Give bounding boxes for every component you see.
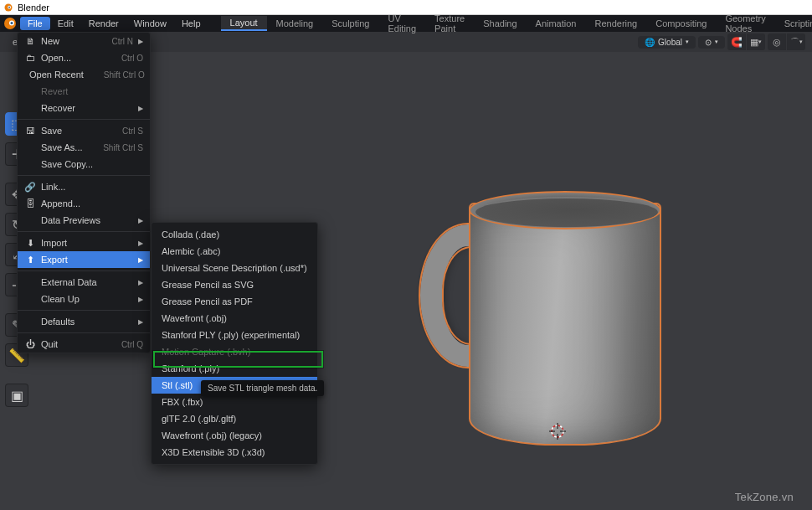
tool-add-primitive[interactable]: ▣ — [5, 384, 28, 407]
globe-icon: 🌐 — [645, 38, 655, 47]
file-menu-link[interactable]: 🔗Link... — [18, 178, 150, 195]
menu-separator — [18, 231, 150, 232]
blender-app-icon — [3, 3, 13, 13]
curve-icon: ⌒ — [790, 36, 799, 49]
grid-icon: ▦ — [750, 37, 758, 48]
export-grease-pencil-as-svg[interactable]: Grease Pencil as SVG — [152, 276, 317, 293]
tab-rendering[interactable]: Rendering — [585, 17, 646, 30]
export-gltf-2-0-glb-gltf[interactable]: glTF 2.0 (.glb/.gltf) — [152, 410, 317, 427]
file-menu-save[interactable]: 🖫SaveCtrl S — [18, 122, 150, 139]
file-menu-save-copy[interactable]: Save Copy... — [18, 156, 150, 173]
tooltip: Save STL triangle mesh data. — [201, 380, 324, 396]
chevron-right-icon: ▶ — [138, 279, 143, 286]
pivot-point-dropdown[interactable]: ⊙▾ — [698, 36, 725, 49]
snap-dropdown[interactable]: ▦▾ — [747, 33, 765, 50]
file-menu-open[interactable]: 🗀Open...Ctrl O — [18, 49, 150, 66]
folder-icon: 🗀 — [24, 53, 36, 63]
file-menu-save-as[interactable]: Save As...Shift Ctrl S — [18, 139, 150, 156]
file-menu-revert: Revert — [18, 83, 150, 100]
file-menu-data-previews[interactable]: Data Previews▶ — [18, 212, 150, 229]
file-menu-recover[interactable]: Recover▶ — [18, 100, 150, 116]
mug-body — [469, 203, 661, 446]
tab-shading[interactable]: Shading — [474, 17, 526, 30]
workspace-tabs: Layout Modeling Sculpting UV Editing Tex… — [221, 15, 812, 32]
file-menu-new[interactable]: 🗎NewCtrl N▶ — [18, 33, 150, 49]
export-grease-pencil-as-pdf[interactable]: Grease Pencil as PDF — [152, 293, 317, 310]
chevron-right-icon: ▶ — [138, 38, 143, 45]
file-menu-import[interactable]: ⬇Import▶ — [18, 234, 150, 251]
import-icon: ⬇ — [24, 238, 36, 249]
export-motion-capture-bvh: Motion Capture (.bvh) — [152, 343, 317, 360]
chevron-right-icon: ▶ — [138, 105, 143, 112]
tab-geometry-nodes[interactable]: Geometry Nodes — [716, 12, 774, 35]
file-menu-defaults[interactable]: Defaults▶ — [18, 313, 150, 330]
chevron-right-icon: ▶ — [150, 71, 151, 79]
export-icon: ⬆ — [24, 255, 36, 265]
menu-separator — [18, 175, 150, 176]
3d-cursor-icon — [548, 422, 567, 440]
magnet-icon: 🧲 — [731, 37, 743, 48]
menu-separator — [18, 270, 150, 271]
tab-scripting[interactable]: Scripting — [775, 17, 812, 30]
tab-sculpting[interactable]: Sculpting — [322, 17, 378, 30]
file-menu-dropdown: 🗎NewCtrl N▶🗀Open...Ctrl OOpen RecentShif… — [17, 32, 151, 353]
cube-icon: ▣ — [11, 388, 23, 404]
export-submenu: Collada (.dae)Alembic (.abc)Universal Sc… — [151, 222, 318, 465]
pivot-icon: ⊙ — [705, 38, 712, 47]
svg-point-2 — [8, 6, 10, 8]
power-icon: ⏻ — [24, 339, 36, 349]
transform-orientation-dropdown[interactable]: 🌐 Global ▾ — [638, 36, 696, 49]
doc-icon: 🗎 — [24, 36, 36, 46]
file-menu-append[interactable]: 🗄Append... — [18, 195, 150, 212]
menu-separator — [18, 332, 150, 333]
menu-help[interactable]: Help — [174, 17, 208, 30]
proportional-falloff-dropdown[interactable]: ⌒▾ — [787, 33, 805, 50]
append-icon: 🗄 — [24, 198, 36, 209]
chevron-right-icon: ▶ — [138, 318, 143, 326]
file-menu-quit[interactable]: ⏻QuitCtrl Q — [18, 336, 150, 353]
menu-file[interactable]: File — [20, 17, 50, 30]
export-fbx-fbx[interactable]: FBX (.fbx) — [152, 394, 317, 410]
proportional-edit-toggle[interactable]: ◎ — [768, 33, 786, 50]
blender-logo — [3, 16, 17, 31]
tab-modeling[interactable]: Modeling — [267, 17, 323, 30]
menu-bar: File Edit Render Window Help Layout Mode… — [0, 15, 812, 32]
menu-render[interactable]: Render — [81, 17, 126, 30]
file-menu-open-recent[interactable]: Open RecentShift Ctrl O▶ — [18, 66, 150, 83]
tab-compositing[interactable]: Compositing — [646, 17, 716, 30]
tab-uv-editing[interactable]: UV Editing — [378, 12, 425, 35]
export-universal-scene-description-usd[interactable]: Universal Scene Description (.usd*) — [152, 260, 317, 276]
chevron-right-icon: ▶ — [138, 256, 143, 264]
window-title: Blender — [18, 3, 49, 13]
file-menu-clean-up[interactable]: Clean Up▶ — [18, 291, 150, 307]
file-menu-export[interactable]: ⬆Export▶ — [18, 251, 150, 268]
menu-separator — [18, 310, 150, 311]
file-menu-external-data[interactable]: External Data▶ — [18, 274, 150, 291]
export-alembic-abc[interactable]: Alembic (.abc) — [152, 243, 317, 260]
tab-animation[interactable]: Animation — [527, 17, 586, 30]
export-wavefront-obj[interactable]: Wavefront (.obj) — [152, 310, 317, 327]
export-wavefront-obj-legacy[interactable]: Wavefront (.obj) (legacy) — [152, 427, 317, 444]
export-stanford-ply-ply-experimental[interactable]: Stanford PLY (.ply) (experimental) — [152, 327, 317, 343]
tab-layout[interactable]: Layout — [221, 16, 267, 31]
export-x3d-extensible-3d-x3d[interactable]: X3D Extensible 3D (.x3d) — [152, 444, 317, 461]
chevron-down-icon: ▾ — [686, 39, 689, 45]
3d-object-mug[interactable] — [469, 203, 661, 454]
svg-point-5 — [11, 22, 13, 24]
watermark: TekZone.vn — [735, 491, 794, 503]
mug-rim — [469, 191, 661, 229]
link-icon: 🔗 — [24, 182, 36, 193]
snap-toggle[interactable]: 🧲 — [727, 33, 746, 50]
export-collada-dae[interactable]: Collada (.dae) — [152, 226, 317, 243]
tab-texture-paint[interactable]: Texture Paint — [425, 12, 474, 35]
circle-icon: ◎ — [773, 37, 781, 48]
menu-edit[interactable]: Edit — [50, 17, 81, 30]
save-icon: 🖫 — [24, 126, 36, 136]
chevron-right-icon: ▶ — [138, 240, 143, 247]
menu-window[interactable]: Window — [126, 17, 174, 30]
menu-separator — [18, 119, 150, 120]
export-stanford-ply[interactable]: Stanford (.ply) — [152, 360, 317, 377]
chevron-right-icon: ▶ — [138, 296, 143, 303]
chevron-right-icon: ▶ — [138, 217, 143, 224]
